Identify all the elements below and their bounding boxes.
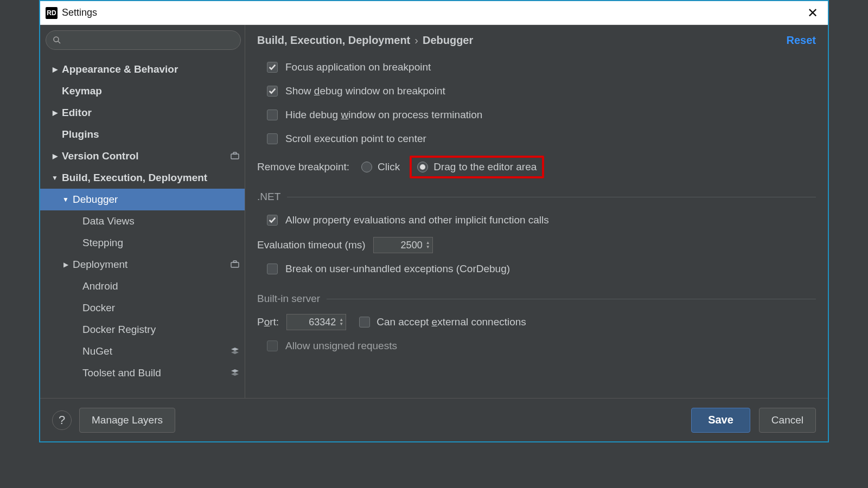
content-header: Build, Execution, Deployment›Debugger Re… [245, 25, 828, 55]
svg-rect-2 [231, 154, 239, 159]
expand-arrow-icon[interactable]: ▼ [62, 196, 69, 203]
option-break-unhandled[interactable]: Break on user-unhandled exceptions (CorD… [267, 257, 816, 281]
tree-item-editor[interactable]: ▶Editor [40, 102, 245, 124]
content-pane: Build, Execution, Deployment›Debugger Re… [245, 25, 828, 398]
eval-timeout-label: Evaluation timeout (ms) [257, 239, 366, 251]
tree-item-keymap[interactable]: Keymap [40, 80, 245, 102]
eval-timeout-input[interactable]: 2500 ▲▼ [373, 237, 433, 253]
checkbox-icon[interactable] [267, 133, 278, 144]
expand-arrow-icon[interactable]: ▼ [51, 174, 59, 182]
port-input[interactable]: 63342 ▲▼ [286, 314, 346, 330]
settings-scroll[interactable]: Focus application on breakpoint Show deb… [245, 55, 828, 398]
tree-item-label: Version Control [62, 150, 227, 162]
expand-arrow-icon[interactable]: ▶ [51, 109, 59, 117]
radio-drag-editor[interactable]: Drag to the editor area [410, 156, 544, 178]
checkbox-icon[interactable] [267, 86, 278, 97]
spinner-icon[interactable]: ▲▼ [426, 241, 430, 249]
tree-item-label: Docker [82, 302, 239, 314]
tree-item-appearance-behavior[interactable]: ▶Appearance & Behavior [40, 59, 245, 80]
close-icon[interactable]: ✕ [803, 5, 822, 21]
svg-rect-4 [231, 262, 239, 267]
svg-point-0 [54, 37, 59, 42]
layers-icon [231, 369, 239, 378]
remove-breakpoint-label: Remove breakpoint: [257, 161, 349, 173]
option-accept-external[interactable]: Can accept external connections [376, 316, 526, 328]
svg-marker-7 [231, 351, 239, 354]
checkbox-icon[interactable] [359, 317, 370, 328]
option-focus-app[interactable]: Focus application on breakpoint [267, 55, 816, 79]
tree-item-label: Appearance & Behavior [62, 63, 239, 75]
tree-item-label: Plugins [62, 129, 239, 140]
option-allow-unsigned[interactable]: Allow unsigned requests [267, 334, 816, 358]
checkbox-icon[interactable] [267, 264, 278, 274]
search-icon [53, 36, 61, 44]
tree-item-label: NuGet [82, 345, 227, 357]
radio-click[interactable]: Click [357, 159, 404, 175]
tree-item-label: Stepping [82, 237, 239, 249]
option-port: Port: 63342 ▲▼ Can accept external conne… [257, 310, 816, 334]
option-eval-timeout: Evaluation timeout (ms) 2500 ▲▼ [257, 233, 816, 257]
tree-item-label: Data Views [82, 215, 239, 227]
option-label: Break on user-unhandled exceptions (CorD… [285, 263, 510, 275]
tree-item-label: Toolset and Build [82, 367, 227, 379]
manage-layers-button[interactable]: Manage Layers [79, 408, 175, 433]
section-builtin-server: Built-in server [257, 293, 816, 305]
footer: ? Manage Layers Save Cancel [40, 398, 828, 441]
tree-item-android[interactable]: Android [40, 275, 245, 297]
radio-icon[interactable] [417, 162, 428, 172]
tree-item-build-execution-deployment[interactable]: ▼Build, Execution, Deployment [40, 167, 245, 189]
option-remove-breakpoint: Remove breakpoint: Click Drag to the edi… [257, 155, 816, 179]
tree-item-stepping[interactable]: Stepping [40, 232, 245, 254]
svg-rect-3 [233, 152, 237, 154]
radio-label: Click [378, 161, 400, 173]
option-label: Allow property evaluations and other imp… [285, 214, 549, 226]
tree-item-docker-registry[interactable]: Docker Registry [40, 319, 245, 341]
svg-marker-6 [231, 348, 239, 351]
option-label: Show debug window on breakpoint [285, 85, 445, 97]
tree-item-nuget[interactable]: NuGet [40, 341, 245, 362]
option-label: Hide debug window on process termination [285, 109, 482, 121]
cancel-button[interactable]: Cancel [759, 408, 816, 433]
option-scroll-exec[interactable]: Scroll execution point to center [267, 127, 816, 151]
expand-arrow-icon[interactable]: ▶ [51, 152, 59, 160]
tree-item-label: Build, Execution, Deployment [62, 172, 239, 184]
section-net: .NET [257, 191, 816, 203]
checkbox-icon[interactable] [267, 215, 278, 226]
tree-item-docker[interactable]: Docker [40, 297, 245, 319]
checkbox-icon[interactable] [267, 62, 278, 73]
checkbox-icon[interactable] [267, 110, 278, 120]
tree-item-toolset-and-build[interactable]: Toolset and Build [40, 362, 245, 384]
briefcase-icon [231, 152, 239, 161]
option-allow-property-eval[interactable]: Allow property evaluations and other imp… [267, 208, 816, 232]
tree-item-label: Docker Registry [82, 324, 239, 336]
search-input[interactable] [46, 30, 241, 50]
expand-arrow-icon[interactable]: ▶ [62, 261, 69, 268]
svg-line-1 [58, 41, 60, 43]
tree-item-deployment[interactable]: ▶Deployment [40, 254, 245, 275]
save-button[interactable]: Save [691, 408, 750, 433]
body: ▶Appearance & BehaviorKeymap▶EditorPlugi… [40, 25, 828, 398]
svg-rect-5 [233, 261, 237, 262]
reset-link[interactable]: Reset [787, 34, 816, 47]
radio-icon[interactable] [361, 162, 372, 172]
breadcrumb: Build, Execution, Deployment›Debugger [257, 34, 787, 47]
briefcase-icon [231, 260, 239, 269]
option-hide-debug[interactable]: Hide debug window on process termination [267, 103, 816, 127]
help-button[interactable]: ? [52, 410, 72, 430]
expand-arrow-icon[interactable]: ▶ [51, 66, 59, 73]
spinner-icon[interactable]: ▲▼ [339, 318, 343, 326]
port-label: Port: [257, 316, 279, 328]
titlebar: RD Settings ✕ [40, 1, 828, 25]
checkbox-icon[interactable] [267, 341, 278, 351]
svg-marker-8 [231, 369, 239, 373]
settings-window: RD Settings ✕ ▶Appearance & BehaviorKeym… [39, 0, 829, 442]
layers-icon [231, 347, 239, 356]
tree-item-data-views[interactable]: Data Views [40, 210, 245, 232]
tree-item-plugins[interactable]: Plugins [40, 124, 245, 145]
settings-tree[interactable]: ▶Appearance & BehaviorKeymap▶EditorPlugi… [40, 55, 245, 398]
tree-item-debugger[interactable]: ▼Debugger [40, 189, 245, 210]
option-show-debug[interactable]: Show debug window on breakpoint [267, 79, 816, 103]
tree-item-version-control[interactable]: ▶Version Control [40, 145, 245, 167]
svg-marker-9 [231, 373, 239, 376]
app-icon: RD [46, 7, 58, 19]
